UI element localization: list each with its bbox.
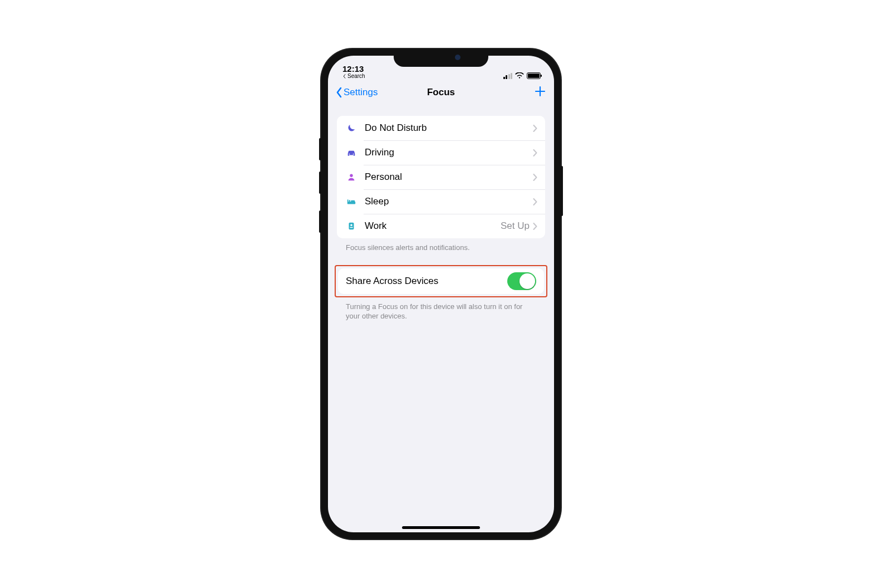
share-across-devices-toggle[interactable] [507, 272, 536, 290]
row-label: Driving [365, 147, 533, 158]
wifi-icon [515, 72, 524, 79]
row-detail: Set Up [501, 220, 530, 232]
screen: 12:13 Search Settings Focus [328, 56, 554, 532]
row-label: Work [365, 220, 501, 232]
svg-rect-9 [350, 227, 352, 228]
plus-icon [534, 85, 546, 97]
person-icon [345, 172, 358, 182]
focus-modes-footer: Focus silences alerts and notifications. [337, 238, 545, 253]
breadcrumb-back[interactable]: Search [342, 74, 365, 80]
status-time: 12:13 [342, 65, 365, 74]
breadcrumb-label: Search [347, 74, 365, 80]
chevron-right-icon [533, 149, 537, 156]
svg-point-1 [353, 154, 354, 155]
chevron-right-icon [533, 198, 537, 205]
badge-icon [345, 221, 358, 231]
svg-point-2 [350, 174, 352, 177]
notch [394, 49, 488, 67]
share-across-devices-row[interactable]: Share Across Devices [338, 268, 544, 294]
svg-point-5 [349, 200, 351, 202]
phone-frame: 12:13 Search Settings Focus [321, 49, 561, 539]
back-label: Settings [344, 87, 378, 98]
focus-row-personal[interactable]: Personal [337, 165, 545, 189]
svg-point-8 [350, 224, 352, 226]
svg-rect-3 [347, 202, 355, 204]
status-left: 12:13 Search [342, 65, 365, 79]
share-footer: Turning a Focus on for this device will … [337, 297, 545, 321]
svg-rect-4 [347, 199, 349, 202]
focus-row-do-not-disturb[interactable]: Do Not Disturb [337, 116, 545, 140]
focus-modes-list: Do Not Disturb Driving Personal [337, 116, 545, 238]
car-icon [345, 148, 358, 158]
toggle-label: Share Across Devices [346, 276, 507, 287]
row-label: Do Not Disturb [365, 122, 533, 134]
svg-rect-6 [351, 200, 355, 202]
battery-icon [527, 72, 541, 79]
annotation-highlight: Share Across Devices [335, 265, 547, 297]
back-button[interactable]: Settings [336, 87, 378, 98]
row-label: Personal [365, 171, 533, 183]
content: Do Not Disturb Driving Personal [328, 105, 554, 321]
focus-row-driving[interactable]: Driving [337, 140, 545, 165]
focus-row-work[interactable]: Work Set Up [337, 214, 545, 238]
chevron-right-icon [533, 125, 537, 132]
focus-row-sleep[interactable]: Sleep [337, 189, 545, 214]
moon-icon [345, 123, 358, 133]
status-right [503, 72, 541, 79]
chevron-right-icon [533, 223, 537, 230]
bed-icon [345, 197, 358, 207]
chevron-left-icon [336, 87, 342, 98]
home-indicator[interactable] [402, 526, 480, 529]
row-label: Sleep [365, 196, 533, 207]
cellular-icon [503, 73, 513, 79]
svg-point-0 [349, 154, 350, 155]
chevron-right-icon [533, 174, 537, 181]
add-button[interactable] [534, 85, 546, 100]
navigation-bar: Settings Focus [328, 80, 554, 105]
